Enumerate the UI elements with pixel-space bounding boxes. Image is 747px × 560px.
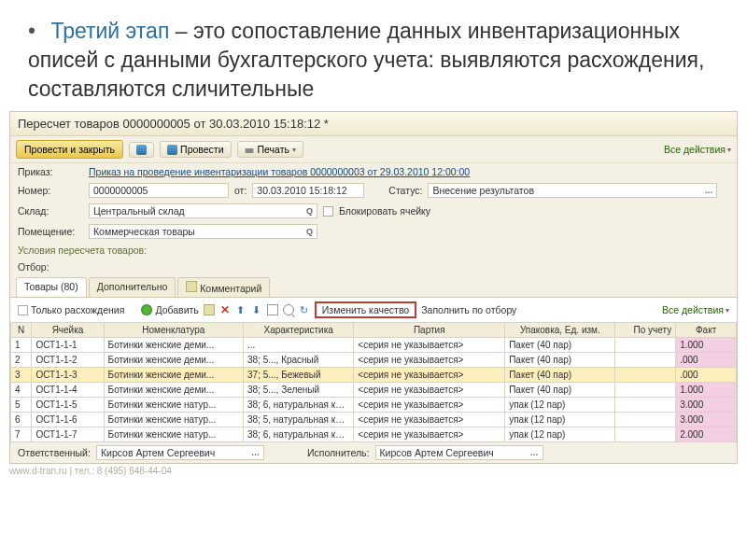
table-row[interactable]: 7ОСТ1-1-7Ботинки женские натур...38; 6, … [11, 427, 737, 442]
bullet-icon: • [28, 17, 45, 46]
copy-button[interactable] [204, 304, 215, 315]
status-field[interactable]: Внесение результатов… [428, 183, 717, 198]
comment-icon [186, 281, 197, 292]
slide-paragraph: • Третий этап – это сопоставление данных… [0, 0, 747, 111]
date-field[interactable]: 30.03.2010 15:18:12 [252, 183, 364, 198]
tab-goods[interactable]: Товары (80) [16, 277, 87, 297]
order-link[interactable]: Приказ на проведение инвентаризации това… [89, 166, 470, 177]
col-package[interactable]: Упаковка, Ед. изм. [505, 323, 615, 338]
fill-by-filter-button[interactable]: Заполнить по отбору [421, 304, 516, 315]
col-batch[interactable]: Партия [354, 323, 505, 338]
calendar-button[interactable] [267, 304, 278, 315]
responsible-field[interactable]: Кирсов Артем Сергеевич… [96, 445, 264, 460]
delete-button[interactable]: ✕ [219, 304, 231, 315]
chevron-down-icon: ▾ [292, 146, 296, 154]
order-row: Приказ: Приказ на проведение инвентариза… [10, 163, 737, 180]
col-n[interactable]: N [11, 323, 32, 338]
tab-comment[interactable]: Комментарий [177, 277, 270, 297]
post-label: Провести [180, 144, 223, 155]
find-button[interactable] [283, 304, 294, 315]
goods-grid: N Ячейка Номенклатура Характеристика Пар… [10, 322, 737, 442]
col-cell[interactable]: Ячейка [32, 323, 104, 338]
table-row[interactable]: 6ОСТ1-1-6Ботинки женские натур...38; 5, … [11, 413, 737, 427]
tab-additional[interactable]: Дополнительно [89, 277, 176, 297]
add-button[interactable]: Добавить [141, 304, 198, 315]
warehouse-label: Склад: [18, 205, 83, 217]
filter-label: Отбор: [18, 261, 83, 273]
warehouse-field[interactable]: Центральный складQ [89, 203, 317, 218]
only-diff-label: Только расхождения [31, 304, 124, 315]
responsible-label: Ответственный: [18, 447, 91, 458]
move-up-button[interactable]: ⬆ [235, 304, 247, 315]
table-row[interactable]: 4ОСТ1-1-4Ботинки женские деми...38; 5...… [11, 383, 737, 398]
col-characteristic[interactable]: Характеристика [244, 323, 354, 338]
grid-toolbar: Только расхождения Добавить ✕ ⬆ ⬇ ↻ Изме… [10, 298, 737, 322]
table-row[interactable]: 2ОСТ1-1-2Ботинки женские деми...38; 5...… [11, 353, 737, 368]
block-cell-checkbox[interactable] [323, 206, 333, 217]
app-window: Пересчет товаров 0000000005 от 30.03.201… [9, 111, 738, 464]
room-field[interactable]: Коммерческая товарыQ [89, 224, 317, 239]
col-nomenclature[interactable]: Номенклатура [104, 323, 243, 338]
plus-icon [141, 304, 152, 315]
col-account[interactable]: По учету [615, 323, 676, 338]
number-field[interactable]: 0000000005 [89, 183, 229, 198]
col-fact[interactable]: Факт [676, 323, 737, 338]
all-actions-link[interactable]: Все действия▾ [664, 144, 731, 155]
print-label: Печать [258, 144, 289, 155]
status-label: Статус: [388, 185, 422, 196]
save-button[interactable] [129, 142, 154, 158]
tabs: Товары (80) Дополнительно Комментарий [10, 275, 737, 298]
executor-field[interactable]: Кирсов Артем Сергеевич… [375, 445, 543, 460]
date-label: от: [234, 185, 247, 196]
post-icon [167, 145, 177, 155]
post-and-close-button[interactable]: Провести и закрыть [16, 140, 123, 159]
conditions-label: Условия пересчета товаров: [10, 242, 737, 259]
room-label: Помещение: [18, 226, 83, 237]
post-button[interactable]: Провести [160, 141, 231, 158]
order-label: Приказ: [18, 166, 83, 177]
change-quality-button[interactable]: Изменить качество [315, 301, 416, 318]
refresh-button[interactable]: ↻ [299, 304, 310, 315]
block-cell-label: Блокировать ячейку [339, 205, 430, 217]
only-diff-checkbox[interactable] [18, 305, 28, 315]
table-row[interactable]: 3ОСТ1-1-3Ботинки женские деми...37; 5...… [11, 368, 737, 383]
grid-all-actions[interactable]: Все действия▾ [662, 304, 729, 315]
table-row[interactable]: 1ОСТ1-1-1Ботинки женские деми......<сери… [11, 338, 737, 353]
print-icon [245, 145, 255, 155]
footer-text: www.d-tran.ru | тел.: 8 (495) 648-44-04 [0, 464, 747, 476]
print-button[interactable]: Печать▾ [237, 141, 303, 158]
move-down-button[interactable]: ⬇ [251, 304, 262, 315]
save-icon [136, 145, 147, 155]
table-row[interactable]: 5ОСТ1-1-5Ботинки женские натур...38; 6, … [11, 398, 737, 413]
executor-label: Исполнитель: [307, 447, 370, 458]
window-title: Пересчет товаров 0000000005 от 30.03.201… [10, 112, 737, 136]
slide-highlight: Третий этап [50, 19, 169, 43]
main-toolbar: Провести и закрыть Провести Печать▾ Все … [10, 136, 737, 163]
number-label: Номер: [18, 185, 83, 196]
